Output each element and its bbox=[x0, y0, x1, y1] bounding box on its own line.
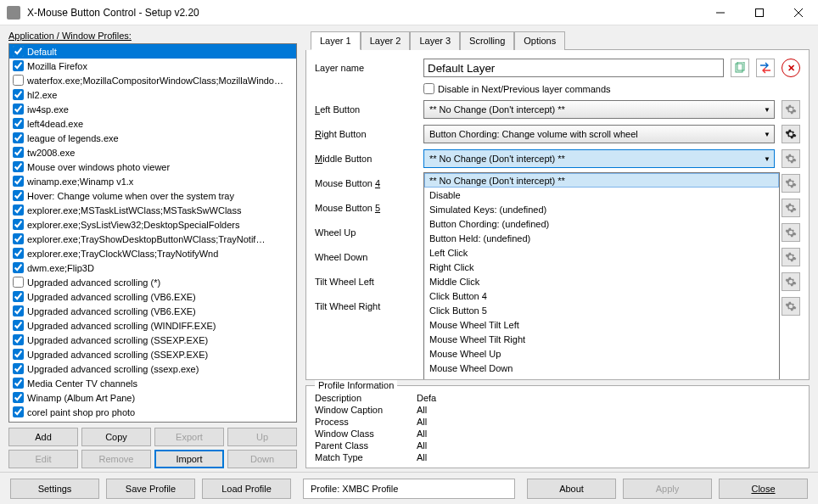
dropdown-item[interactable]: Click Button 5 bbox=[424, 303, 779, 317]
dropdown-item[interactable]: Double Click bbox=[424, 375, 779, 380]
dropdown-item[interactable]: ** No Change (Don't intercept) ** bbox=[424, 173, 779, 188]
profile-checkbox[interactable] bbox=[13, 176, 24, 187]
profile-checkbox[interactable] bbox=[13, 190, 24, 201]
maximize-button[interactable] bbox=[740, 0, 779, 25]
right-button-combo[interactable]: Button Chording: Change volume with scro… bbox=[423, 125, 775, 143]
profile-item[interactable]: Upgraded advanced scrolling (VB6.EXE) bbox=[9, 289, 296, 304]
profile-item[interactable]: dwm.exe;Flip3D bbox=[9, 260, 296, 275]
profile-checkbox[interactable] bbox=[13, 305, 24, 316]
profile-checkbox[interactable] bbox=[13, 363, 24, 374]
about-button[interactable]: About bbox=[527, 479, 616, 499]
profile-item[interactable]: Default bbox=[9, 44, 296, 59]
profile-item[interactable]: winamp.exe;Winamp v1.x bbox=[9, 174, 296, 188]
minimize-button[interactable] bbox=[701, 0, 740, 25]
profile-item[interactable]: Mozilla Firefox bbox=[9, 59, 296, 73]
export-button[interactable]: Export bbox=[154, 428, 224, 446]
tab-options[interactable]: Options bbox=[514, 31, 565, 50]
load-profile-button[interactable]: Load Profile bbox=[202, 479, 291, 499]
profile-item[interactable]: Upgraded advanced scrolling (SSEXP.EXE) bbox=[9, 347, 296, 361]
gear-icon[interactable] bbox=[782, 125, 800, 143]
profile-checkbox[interactable] bbox=[13, 291, 24, 302]
add-button[interactable]: Add bbox=[8, 428, 78, 446]
profile-item[interactable]: Mouse over windows photo viewer bbox=[9, 160, 296, 174]
profile-item[interactable]: explorer.exe;TrayClockWClass;TrayNotifyW… bbox=[9, 246, 296, 260]
dropdown-item[interactable]: Right Click bbox=[424, 260, 779, 274]
profile-checkbox[interactable] bbox=[13, 132, 24, 143]
gear-icon[interactable] bbox=[782, 100, 800, 119]
profile-item[interactable]: explorer.exe;TrayShowDesktopButtonWClass… bbox=[9, 232, 296, 246]
settings-button[interactable]: Settings bbox=[10, 479, 99, 499]
copy-button[interactable]: Copy bbox=[81, 428, 151, 446]
layer-name-input[interactable] bbox=[423, 59, 724, 77]
profile-checkbox[interactable] bbox=[13, 320, 24, 331]
gear-icon[interactable] bbox=[782, 174, 800, 193]
dropdown-item[interactable]: Mouse Wheel Down bbox=[424, 361, 779, 375]
dropdown-item[interactable]: Click Button 4 bbox=[424, 288, 779, 303]
delete-layer-icon[interactable]: ✕ bbox=[782, 59, 800, 77]
profile-item[interactable]: Winamp (Album Art Pane) bbox=[9, 390, 296, 405]
profile-item[interactable]: Hover: Change volume when over the syste… bbox=[9, 188, 296, 203]
dropdown-item[interactable]: Disable bbox=[424, 188, 779, 202]
profile-checkbox[interactable] bbox=[13, 204, 24, 216]
tab-scrolling[interactable]: Scrolling bbox=[460, 31, 514, 50]
profile-checkbox[interactable] bbox=[13, 75, 24, 86]
profile-checkbox[interactable] bbox=[13, 277, 24, 288]
tab-layer-3[interactable]: Layer 3 bbox=[410, 31, 460, 50]
dropdown-item[interactable]: Mouse Wheel Tilt Left bbox=[424, 317, 779, 332]
edit-button[interactable]: Edit bbox=[8, 450, 78, 468]
profile-item[interactable]: hl2.exe bbox=[9, 87, 296, 102]
profile-item[interactable]: Upgraded advanced scrolling (ssexp.exe) bbox=[9, 361, 296, 376]
close-button[interactable] bbox=[779, 0, 818, 25]
profile-checkbox[interactable] bbox=[13, 349, 24, 360]
profile-checkbox[interactable] bbox=[13, 248, 24, 259]
profile-checkbox[interactable] bbox=[13, 262, 24, 273]
gear-icon[interactable] bbox=[782, 199, 800, 217]
dropdown-item[interactable]: Middle Click bbox=[424, 274, 779, 288]
gear-icon[interactable] bbox=[782, 297, 800, 316]
profile-checkbox[interactable] bbox=[13, 378, 24, 389]
profile-checkbox[interactable] bbox=[13, 392, 24, 403]
dropdown-item[interactable]: Left Click bbox=[424, 245, 779, 260]
profile-checkbox[interactable] bbox=[13, 161, 24, 172]
dropdown-item[interactable]: Button Held: (undefined) bbox=[424, 231, 779, 245]
import-button[interactable]: Import bbox=[154, 450, 224, 468]
profiles-list[interactable]: DefaultMozilla Firefoxwaterfox.exe;Mozil… bbox=[8, 43, 297, 423]
profile-item[interactable]: corel paint shop pro photo bbox=[9, 405, 296, 419]
profile-item[interactable]: Upgraded advanced scrolling (*) bbox=[9, 275, 296, 289]
tab-layer-1[interactable]: Layer 1 bbox=[311, 31, 361, 50]
profile-checkbox[interactable] bbox=[13, 147, 24, 158]
dropdown-item[interactable]: Mouse Wheel Tilt Right bbox=[424, 332, 779, 346]
save-profile-button[interactable]: Save Profile bbox=[106, 479, 195, 499]
profile-checkbox[interactable] bbox=[13, 233, 24, 244]
profile-item[interactable]: left4dead.exe bbox=[9, 116, 296, 131]
profile-item[interactable]: explorer.exe;SysListView32;DesktopSpecia… bbox=[9, 217, 296, 232]
middle-button-dropdown[interactable]: ** No Change (Don't intercept) **Disable… bbox=[423, 172, 780, 380]
down-button[interactable]: Down bbox=[227, 450, 297, 468]
profile-checkbox[interactable] bbox=[13, 118, 24, 129]
tab-layer-2[interactable]: Layer 2 bbox=[361, 31, 411, 50]
profile-item[interactable]: waterfox.exe;MozillaCompositorWindowClas… bbox=[9, 73, 296, 87]
profile-checkbox[interactable] bbox=[13, 89, 24, 100]
profile-checkbox[interactable] bbox=[13, 406, 24, 417]
swap-layer-icon[interactable] bbox=[756, 59, 775, 77]
gear-icon[interactable] bbox=[782, 223, 800, 242]
profile-item[interactable]: Upgraded advanced scrolling (WINDIFF.EXE… bbox=[9, 318, 296, 333]
profile-item[interactable]: tw2008.exe bbox=[9, 145, 296, 160]
profile-checkbox[interactable] bbox=[13, 334, 24, 345]
remove-button[interactable]: Remove bbox=[81, 450, 151, 468]
profile-item[interactable]: iw4sp.exe bbox=[9, 102, 296, 116]
gear-icon[interactable] bbox=[782, 272, 800, 291]
close-app-button[interactable]: Close bbox=[719, 479, 808, 499]
profile-checkbox[interactable] bbox=[13, 219, 24, 230]
profile-item[interactable]: explorer.exe;MSTaskListWClass;MSTaskSwWC… bbox=[9, 203, 296, 217]
left-button-combo[interactable]: ** No Change (Don't intercept) **▼ bbox=[423, 100, 775, 119]
disable-next-prev-checkbox[interactable]: Disable in Next/Previous layer commands bbox=[423, 83, 800, 94]
profile-checkbox[interactable] bbox=[13, 104, 24, 115]
middle-button-combo[interactable]: ** No Change (Don't intercept) **▼ bbox=[423, 149, 775, 168]
gear-icon[interactable] bbox=[782, 149, 800, 168]
profile-checkbox[interactable] bbox=[13, 60, 24, 71]
profile-item[interactable]: Media Center TV channels bbox=[9, 376, 296, 390]
profile-item[interactable]: league of legends.exe bbox=[9, 131, 296, 145]
dropdown-item[interactable]: Button Chording: (undefined) bbox=[424, 216, 779, 231]
profile-item[interactable]: Upgraded advanced scrolling (SSEXP.EXE) bbox=[9, 333, 296, 347]
